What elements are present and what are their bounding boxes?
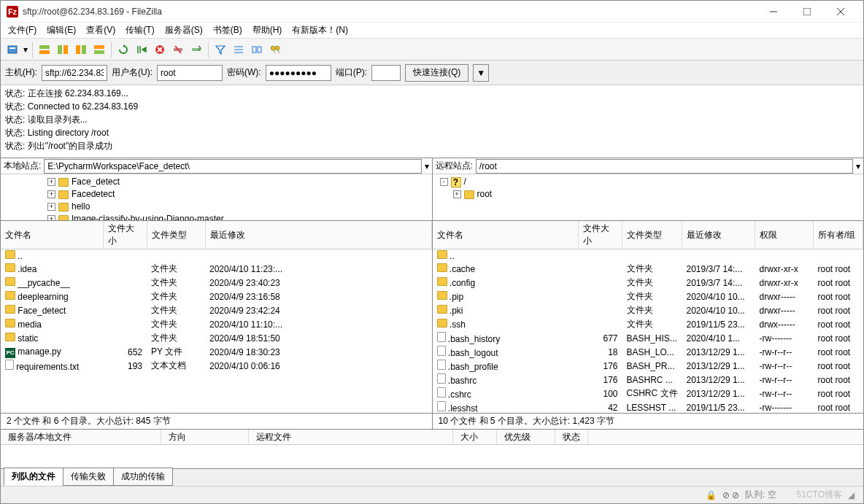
file-row[interactable]: __pycache__文件夹2020/4/9 23:40:23 <box>1 276 431 290</box>
queue-column-header[interactable]: 远程文件 <box>249 430 453 444</box>
queue-tab[interactable]: 传输失败 <box>63 468 114 486</box>
host-input[interactable] <box>42 65 107 81</box>
tree-node[interactable]: +Face_detect <box>5 176 428 188</box>
message-log[interactable]: 状态: 正在连接 62.234.83.169...状态: Connected t… <box>1 85 863 158</box>
file-row[interactable]: .cache文件夹2019/3/7 14:...drwxr-xr-xroot r… <box>433 262 863 276</box>
local-path-dropdown[interactable]: ▾ <box>422 161 432 171</box>
cancel-button[interactable] <box>151 41 169 58</box>
expand-toggle[interactable]: + <box>47 178 55 186</box>
remote-path-input[interactable] <box>476 159 853 174</box>
queue-tab[interactable]: 列队的文件 <box>4 468 63 486</box>
menu-item[interactable]: 书签(B) <box>209 23 247 38</box>
menu-item[interactable]: 有新版本！(N) <box>288 23 352 38</box>
local-path-input[interactable] <box>44 159 421 174</box>
toggle-log-button[interactable] <box>36 41 53 58</box>
quickconnect-bar: 主机(H): 用户名(U): 密码(W): 端口(P): 快速连接(Q) ▼ <box>1 61 863 85</box>
column-header[interactable]: 权限 <box>755 221 814 249</box>
file-row[interactable]: .bashrc176BASHRC ...2013/12/29 1...-rw-r… <box>433 373 863 387</box>
queue-column-header[interactable]: 大小 <box>453 430 497 444</box>
svg-rect-5 <box>9 47 15 49</box>
column-header[interactable]: 最近修改 <box>205 221 431 249</box>
menu-item[interactable]: 服务器(S) <box>161 23 207 38</box>
queue-column-header[interactable]: 优先级 <box>497 430 555 444</box>
queue-column-header[interactable]: 方向 <box>161 430 249 444</box>
cell-own: root root <box>814 303 863 317</box>
maximize-button[interactable] <box>790 1 824 22</box>
file-row[interactable]: .ssh文件夹2019/11/5 23...drwx------root roo… <box>433 317 863 331</box>
column-header[interactable]: 所有者/组 <box>814 221 863 249</box>
user-input[interactable] <box>157 65 223 81</box>
tree-node[interactable]: -?/ <box>437 176 860 188</box>
file-row[interactable]: requirements.txt193文本文档2020/4/10 0:06:16 <box>1 359 431 373</box>
queue-tab[interactable]: 成功的传输 <box>113 468 173 486</box>
menu-item[interactable]: 编辑(E) <box>42 23 80 38</box>
file-row[interactable]: .cshrc100CSHRC 文件2013/12/29 1...-rw-r--r… <box>433 387 863 400</box>
local-file-list[interactable]: 文件名文件大小文件类型最近修改 .. .idea文件夹2020/4/10 11:… <box>1 221 432 413</box>
menu-item[interactable]: 文件(F) <box>4 23 41 38</box>
expand-toggle[interactable]: + <box>47 203 55 211</box>
compare-button[interactable] <box>230 41 247 58</box>
column-header[interactable]: 文件名 <box>1 221 103 249</box>
file-row[interactable]: static文件夹2020/4/9 18:51:50 <box>1 331 431 345</box>
file-row[interactable]: .config文件夹2019/3/7 14:...drwxr-xr-xroot … <box>433 276 863 290</box>
expand-toggle[interactable]: + <box>47 215 55 221</box>
file-row[interactable]: .bash_logout18BASH_LO...2013/12/29 1...-… <box>433 345 863 359</box>
remote-tree[interactable]: -?/+root <box>433 174 864 221</box>
filter-button[interactable] <box>212 41 229 58</box>
queue-body[interactable] <box>1 445 863 468</box>
toggle-remote-tree-button[interactable] <box>72 41 90 58</box>
menu-item[interactable]: 查看(V) <box>82 23 120 38</box>
resize-grip-icon[interactable]: ◢ <box>848 490 855 500</box>
file-row[interactable]: .bash_history677BASH_HIS...2020/4/10 1..… <box>433 331 863 345</box>
column-header[interactable]: 最近修改 <box>682 221 755 249</box>
queue-column-header[interactable]: 服务器/本地文件 <box>1 430 161 444</box>
menu-item[interactable]: 传输(T) <box>121 23 158 38</box>
file-row[interactable]: .idea文件夹2020/4/10 11:23:... <box>1 262 431 276</box>
port-input[interactable] <box>371 65 401 81</box>
column-header[interactable]: 文件类型 <box>622 221 682 249</box>
file-row[interactable]: .. <box>433 249 863 263</box>
toggle-local-tree-button[interactable] <box>54 41 72 58</box>
column-header[interactable]: 文件名 <box>433 221 579 249</box>
expand-toggle[interactable]: - <box>440 178 448 186</box>
file-row[interactable]: media文件夹2020/4/10 11:10:... <box>1 317 431 331</box>
site-manager-button[interactable] <box>4 41 21 58</box>
file-row[interactable]: .pki文件夹2020/4/10 10...drwxr-----root roo… <box>433 303 863 317</box>
tree-node[interactable]: +root <box>437 188 860 201</box>
expand-toggle[interactable]: + <box>453 190 461 198</box>
tree-node[interactable]: +Image-classify-by-using-Django-master <box>5 213 428 221</box>
expand-toggle[interactable]: + <box>47 190 55 198</box>
remote-file-list[interactable]: 文件名文件大小文件类型最近修改权限所有者/组 .. .cache文件夹2019/… <box>433 221 864 413</box>
file-row[interactable]: deeplearning文件夹2020/4/9 23:16:58 <box>1 290 431 303</box>
toggle-queue-button[interactable] <box>90 41 108 58</box>
file-row[interactable]: .. <box>1 249 431 263</box>
quickconnect-button[interactable]: 快速连接(Q) <box>405 64 468 82</box>
process-queue-button[interactable] <box>133 41 150 58</box>
queue-column-header[interactable]: 状态 <box>555 430 588 444</box>
remote-path-dropdown[interactable]: ▾ <box>853 161 863 171</box>
local-tree[interactable]: +Face_detect+Facedetect+hello+Image-clas… <box>1 174 432 221</box>
sync-browse-button[interactable] <box>248 41 266 58</box>
site-manager-dropdown[interactable]: ▾ <box>22 41 29 58</box>
cell-type: 文件夹 <box>622 276 682 290</box>
column-header[interactable]: 文件类型 <box>147 221 205 249</box>
minimize-button[interactable] <box>757 1 790 22</box>
quickconnect-dropdown[interactable]: ▼ <box>473 64 489 82</box>
file-row[interactable]: .lesshst42LESSHST ...2019/11/5 23...-rw-… <box>433 400 863 413</box>
search-button[interactable] <box>266 41 284 58</box>
reconnect-button[interactable] <box>188 41 205 58</box>
file-row[interactable]: PC manage.py652PY 文件2020/4/9 18:30:23 <box>1 345 431 359</box>
tree-node[interactable]: +hello <box>5 201 428 213</box>
file-row[interactable]: .bash_profile176BASH_PR...2013/12/29 1..… <box>433 359 863 373</box>
tree-node[interactable]: +Facedetect <box>5 188 428 201</box>
refresh-button[interactable] <box>115 41 132 58</box>
column-header[interactable]: 文件大小 <box>579 221 622 249</box>
file-row[interactable]: Face_detect文件夹2020/4/9 23:42:24 <box>1 303 431 317</box>
column-header[interactable]: 文件大小 <box>103 221 147 249</box>
menu-item[interactable]: 帮助(H) <box>248 23 287 38</box>
folder-icon <box>5 263 15 272</box>
close-button[interactable] <box>824 1 857 22</box>
pass-input[interactable] <box>266 65 331 81</box>
disconnect-button[interactable] <box>169 41 187 58</box>
file-row[interactable]: .pip文件夹2020/4/10 10...drwxr-----root roo… <box>433 290 863 303</box>
